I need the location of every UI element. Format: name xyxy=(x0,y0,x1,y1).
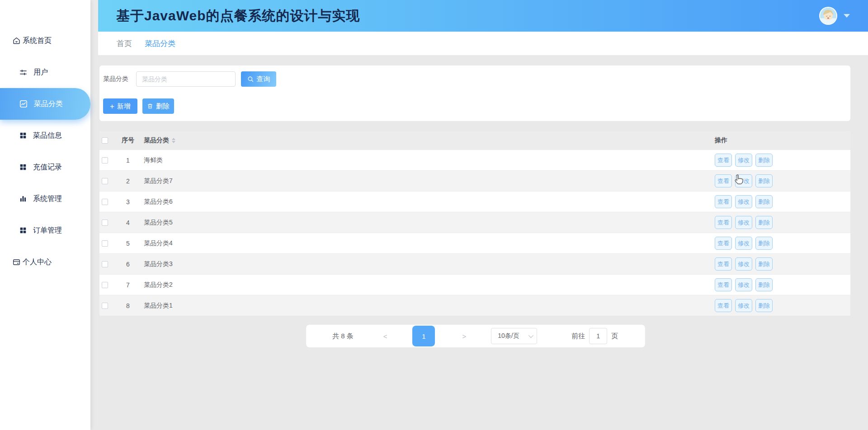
sort-caret-icon[interactable] xyxy=(172,138,175,143)
row-checkbox[interactable] xyxy=(102,199,108,205)
sidebar-item-label: 系统管理 xyxy=(33,194,62,204)
row-category: 菜品分类1 xyxy=(137,302,707,310)
row-actions: 查看修改删除 xyxy=(707,174,850,187)
action-delete-button[interactable]: 删除 xyxy=(755,154,773,167)
grid-icon xyxy=(19,226,27,234)
action-view-button[interactable]: 查看 xyxy=(715,257,732,271)
row-category: 菜品分类2 xyxy=(137,281,707,289)
row-index: 1 xyxy=(118,157,137,164)
page-size-value: 10条/页 xyxy=(498,332,519,340)
action-edit-button[interactable]: 修改 xyxy=(735,216,752,229)
row-index: 4 xyxy=(118,219,137,226)
tab-dish-category[interactable]: 菜品分类 xyxy=(145,38,175,49)
column-header-ops: 操作 xyxy=(707,136,850,145)
action-delete-button[interactable]: 删除 xyxy=(755,195,773,208)
search-label: 菜品分类 xyxy=(103,75,128,83)
trash-icon xyxy=(147,103,153,109)
trend-icon xyxy=(19,99,28,108)
row-checkbox[interactable] xyxy=(102,261,108,267)
action-view-button[interactable]: 查看 xyxy=(715,216,732,229)
next-page-button[interactable]: > xyxy=(462,332,466,340)
action-delete-button[interactable]: 删除 xyxy=(755,278,773,291)
action-view-button[interactable]: 查看 xyxy=(715,299,732,312)
action-view-button[interactable]: 查看 xyxy=(715,278,732,291)
action-view-button[interactable]: 查看 xyxy=(715,237,732,250)
add-button-label: 新增 xyxy=(117,102,131,111)
query-button[interactable]: 查询 xyxy=(241,71,276,87)
row-checkbox[interactable] xyxy=(102,178,108,184)
action-edit-button[interactable]: 修改 xyxy=(735,299,752,312)
row-index: 7 xyxy=(118,281,137,289)
delete-button[interactable]: 删除 xyxy=(142,98,174,114)
action-delete-button[interactable]: 删除 xyxy=(755,174,773,187)
table-row: 6 菜品分类3 查看修改删除 xyxy=(99,253,850,274)
sidebar-item-recharge-log[interactable]: 充值记录 xyxy=(0,151,90,183)
home-icon xyxy=(12,37,21,45)
row-index: 3 xyxy=(118,198,137,206)
tab-home[interactable]: 首页 xyxy=(117,38,132,49)
row-actions: 查看修改删除 xyxy=(707,299,850,312)
row-category: 海鲜类 xyxy=(137,156,707,164)
action-edit-button[interactable]: 修改 xyxy=(735,154,752,167)
row-checkbox[interactable] xyxy=(102,220,108,226)
row-checkbox[interactable] xyxy=(102,282,108,288)
action-edit-button[interactable]: 修改 xyxy=(735,257,752,271)
sidebar-item-dish-info[interactable]: 菜品信息 xyxy=(0,120,90,151)
sidebar-item-label: 系统首页 xyxy=(23,36,52,46)
sidebar-item-label: 充值记录 xyxy=(33,163,62,172)
search-input[interactable] xyxy=(136,71,236,87)
action-delete-button[interactable]: 删除 xyxy=(755,257,773,271)
row-checkbox[interactable] xyxy=(102,157,108,164)
action-view-button[interactable]: 查看 xyxy=(715,195,732,208)
content: 菜品分类 查询 + 新增 xyxy=(98,55,868,347)
page-size-select[interactable]: 10条/页 xyxy=(491,328,537,344)
action-view-button[interactable]: 查看 xyxy=(715,174,732,187)
search-icon xyxy=(247,76,254,83)
select-all-checkbox[interactable] xyxy=(102,137,108,144)
delete-button-label: 删除 xyxy=(156,102,170,111)
row-actions: 查看修改删除 xyxy=(707,216,850,229)
sidebar-item-users[interactable]: 用户 xyxy=(0,56,90,88)
action-view-button[interactable]: 查看 xyxy=(715,154,732,167)
table-header-row: 序号 菜品分类 操作 xyxy=(99,131,850,150)
action-edit-button[interactable]: 修改 xyxy=(735,195,752,208)
sidebar-item-dish-category[interactable]: 菜品分类 xyxy=(0,88,90,120)
sidebar-item-system-manage[interactable]: 系统管理 xyxy=(0,183,90,215)
table-body: 1 海鲜类 查看修改删除 2 菜品分类7 查看修改删除 3 菜品分类6 查看修改 xyxy=(99,150,850,316)
row-actions: 查看修改删除 xyxy=(707,154,850,167)
row-actions: 查看修改删除 xyxy=(707,237,850,250)
row-category: 菜品分类6 xyxy=(137,198,707,206)
action-edit-button[interactable]: 修改 xyxy=(735,237,752,250)
page-button-1[interactable]: 1 xyxy=(412,326,435,346)
pagination-bar: 共 8 条 < 1 > 10条/页 前往 页 xyxy=(306,325,645,347)
table-row: 2 菜品分类7 查看修改删除 xyxy=(99,170,850,191)
bar-chart-icon xyxy=(19,195,27,203)
add-button[interactable]: + 新增 xyxy=(103,98,137,114)
action-delete-button[interactable]: 删除 xyxy=(755,299,773,312)
goto-label: 前往 xyxy=(571,332,585,341)
sidebar-item-system-home[interactable]: 系统首页 xyxy=(0,25,90,56)
row-index: 6 xyxy=(118,261,137,268)
sidebar-item-personal-center[interactable]: 个人中心 xyxy=(0,246,90,278)
chevron-down-icon[interactable] xyxy=(844,14,850,18)
action-edit-button[interactable]: 修改 xyxy=(735,278,752,291)
avatar[interactable] xyxy=(819,7,837,25)
main-area: 基于JavaWeb的点餐系统的设计与实现 首页 菜品分类 菜品分类 xyxy=(98,0,868,430)
row-category: 菜品分类7 xyxy=(137,177,707,185)
sidebar-menu: 系统首页 用户 菜品分类 菜品信息 充值记录 系统管理 订单管理 个人中心 xyxy=(0,25,90,278)
row-checkbox[interactable] xyxy=(102,240,108,247)
action-edit-button[interactable]: 修改 xyxy=(735,174,752,187)
column-header-category[interactable]: 菜品分类 xyxy=(137,136,707,145)
sliders-icon xyxy=(19,68,28,77)
action-delete-button[interactable]: 删除 xyxy=(755,216,773,229)
sidebar-item-order-manage[interactable]: 订单管理 xyxy=(0,215,90,246)
goto-page-input[interactable] xyxy=(589,328,607,344)
prev-page-button[interactable]: < xyxy=(383,332,387,340)
table-row: 7 菜品分类2 查看修改删除 xyxy=(99,274,850,295)
data-table: 序号 菜品分类 操作 1 海鲜类 查看修改删除 2 xyxy=(99,131,850,316)
sidebar-item-label: 用户 xyxy=(33,68,48,77)
row-index: 2 xyxy=(118,178,137,185)
row-checkbox[interactable] xyxy=(102,303,108,309)
avatar-image xyxy=(820,8,836,24)
action-delete-button[interactable]: 删除 xyxy=(755,237,773,250)
